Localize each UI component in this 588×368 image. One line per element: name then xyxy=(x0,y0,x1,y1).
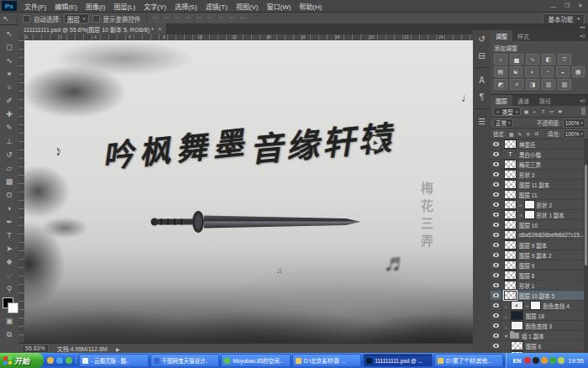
menu-item-6[interactable]: 滤镜(T) xyxy=(202,2,232,11)
eye-icon[interactable] xyxy=(493,253,499,257)
lock-position-icon[interactable]: ✛ xyxy=(525,130,532,138)
menu-item-0[interactable]: 文件(F) xyxy=(20,2,50,11)
layer-thumbnail[interactable] xyxy=(504,271,517,280)
layer-thumbnail[interactable] xyxy=(504,260,517,270)
visibility-cell[interactable] xyxy=(491,271,501,280)
tab-adjustments[interactable]: 调整 xyxy=(491,30,512,41)
eye-icon[interactable] xyxy=(493,303,499,308)
history-panel-icon[interactable]: ↺ xyxy=(473,30,491,47)
visibility-cell[interactable] xyxy=(491,321,501,330)
filter-smart-icon[interactable]: ❖ xyxy=(556,108,564,115)
blend-mode-dropdown[interactable]: 正常▾ xyxy=(493,118,513,128)
eye-icon[interactable] xyxy=(493,263,499,267)
lock-transparent-icon[interactable]: ▩ xyxy=(508,130,515,138)
pen-tool-icon[interactable]: ✒ xyxy=(2,215,17,229)
layer-row[interactable]: 图层 9 副本 xyxy=(491,240,588,250)
visibility-cell[interactable] xyxy=(491,210,501,219)
visibility-cell[interactable] xyxy=(491,250,501,260)
menu-item-3[interactable]: 图层(L) xyxy=(109,2,139,11)
gradient-tool-icon[interactable]: ▩ xyxy=(2,175,17,188)
clone-stamp-tool-icon[interactable]: ⊥ xyxy=(2,134,17,148)
selective-color-icon[interactable]: ▧ xyxy=(558,79,571,90)
eye-icon[interactable] xyxy=(493,344,499,348)
layer-thumbnail[interactable] xyxy=(504,210,517,219)
visibility-cell[interactable] xyxy=(491,150,501,159)
fill-field[interactable]: 100%▾ xyxy=(563,129,585,139)
tab-layers[interactable]: 图层 xyxy=(491,95,512,106)
eye-icon[interactable] xyxy=(493,334,499,338)
filter-type-icon[interactable]: T xyxy=(539,108,547,115)
restore-button[interactable]: ❐ xyxy=(561,2,573,10)
eye-icon[interactable] xyxy=(493,202,499,207)
shape-tool-icon[interactable]: ❖ xyxy=(2,255,17,269)
tray-icon[interactable] xyxy=(533,357,539,364)
marquee-tool-icon[interactable]: ◻ xyxy=(2,40,17,54)
move-tool-icon[interactable]: ↖ xyxy=(2,27,17,40)
panel-menu-icon[interactable]: ▾≡ xyxy=(580,95,588,106)
eye-icon[interactable] xyxy=(493,313,499,318)
filter-toggle[interactable] xyxy=(581,108,585,115)
visibility-cell[interactable] xyxy=(491,240,501,250)
visibility-cell[interactable] xyxy=(491,281,501,290)
paragraph-panel-icon[interactable]: ¶ xyxy=(473,88,491,105)
visibility-cell[interactable] xyxy=(491,331,501,340)
menu-item-8[interactable]: 窗口(W) xyxy=(262,2,295,11)
layer-row[interactable]: 图层 6 xyxy=(491,341,588,351)
taskbar-task-button[interactable]: 111111111.psd @ ... xyxy=(363,354,433,367)
layer-mask-thumbnail[interactable] xyxy=(524,210,535,219)
visibility-cell[interactable] xyxy=(491,220,501,229)
layer-thumbnail[interactable] xyxy=(504,170,517,179)
layer-mask-thumbnail[interactable] xyxy=(524,200,535,209)
eye-icon[interactable] xyxy=(493,293,499,297)
status-options-button[interactable]: ▶ xyxy=(116,346,120,352)
invert-icon[interactable]: ◩ xyxy=(494,79,507,90)
layer-row[interactable]: 梅花三弄 xyxy=(491,160,588,170)
visibility-cell[interactable] xyxy=(491,291,501,300)
layer-row[interactable]: 图层 11 xyxy=(491,190,588,200)
eraser-tool-icon[interactable]: ▱ xyxy=(2,161,17,175)
menu-item-7[interactable]: 视图(V) xyxy=(232,2,263,11)
filter-pixel-icon[interactable]: ▣ xyxy=(522,108,530,115)
eye-icon[interactable] xyxy=(493,152,499,156)
layer-row[interactable]: 图层 11 副本 xyxy=(491,180,588,190)
visibility-cell[interactable] xyxy=(491,260,501,270)
layer-thumbnail[interactable] xyxy=(504,200,517,209)
tray-icon[interactable] xyxy=(524,357,531,364)
quick-launch-icon[interactable] xyxy=(47,357,54,364)
lasso-tool-icon[interactable]: ∿ xyxy=(2,54,17,67)
crop-tool-icon[interactable]: ⌗ xyxy=(2,81,17,94)
visibility-cell[interactable] xyxy=(491,341,501,350)
tab-channels[interactable]: 通道 xyxy=(512,95,534,106)
curves-icon[interactable]: ∿ xyxy=(526,54,539,65)
layer-thumbnail[interactable] xyxy=(511,321,523,330)
eyedropper-tool-icon[interactable]: ✐ xyxy=(2,94,17,108)
tray-icon[interactable] xyxy=(549,357,556,364)
brightness-contrast-icon[interactable]: ☼ xyxy=(494,54,507,65)
visibility-cell[interactable] xyxy=(491,311,501,320)
layer-row[interactable]: 图层 9 xyxy=(491,260,588,271)
posterize-icon[interactable]: ≡ xyxy=(510,79,523,90)
visibility-cell[interactable] xyxy=(491,180,501,189)
history-brush-tool-icon[interactable]: ↺ xyxy=(2,148,17,161)
layer-row[interactable]: ⌞◐∞颜色查找 4 xyxy=(491,301,588,311)
auto-select-dropdown[interactable]: 图层▾ xyxy=(64,13,89,24)
workspace-switcher[interactable]: 基本功能▾ xyxy=(543,13,585,24)
tab-styles[interactable]: 样式 xyxy=(512,30,534,41)
visibility-cell[interactable] xyxy=(491,190,501,199)
canvas-artwork[interactable]: 吟枫舞墨 音缘轩辕 ▶ 梅花三弄 ♪ ♩ ♬ ♫ xyxy=(24,40,473,343)
zoom-level-field[interactable]: 55.83% xyxy=(22,344,49,353)
layer-row[interactable]: ⌞颜色查找 3 xyxy=(491,321,588,331)
visibility-cell[interactable] xyxy=(491,200,501,209)
layer-thumbnail[interactable] xyxy=(504,250,517,260)
quick-launch-icon[interactable] xyxy=(66,357,72,364)
opacity-field[interactable]: 100%▾ xyxy=(563,118,585,128)
quick-mask-icon[interactable]: ▣ xyxy=(2,314,17,328)
properties-panel-icon[interactable]: ⊟ xyxy=(473,47,491,64)
tray-icon[interactable] xyxy=(558,357,564,364)
tab-paths[interactable]: 路径 xyxy=(534,95,556,106)
document-tab[interactable]: 111111111.psd @ 55.8%(图层 10 副本 5, RGB/8)… xyxy=(18,24,167,34)
eye-icon[interactable] xyxy=(493,223,499,227)
dock-collapse-header[interactable]: ◂◂ xyxy=(473,24,588,30)
path-select-tool-icon[interactable]: ➤ xyxy=(2,242,17,255)
black-white-icon[interactable]: ◑ xyxy=(525,66,538,77)
